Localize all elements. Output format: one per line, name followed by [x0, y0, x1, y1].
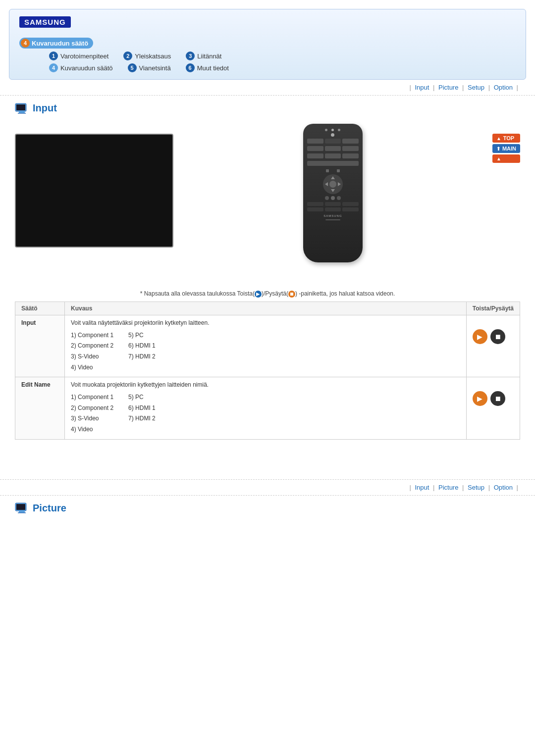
main-btn-label: MAIN	[502, 146, 516, 151]
row1-items-col1: 1) Component 1 2) Component 2 3) S-Video…	[71, 330, 113, 373]
row2-desc-text: Voit muokata projektoriin kytkettyjen la…	[71, 381, 460, 388]
header: SAMSUNG 4 Kuvaruudun säätö 1 Varotoimenp…	[9, 9, 526, 80]
stop-icon-row2[interactable]: ⏹	[490, 391, 505, 406]
list-item: 7) HDMI 2	[128, 352, 156, 362]
nav-item-2[interactable]: 2 Yleiskatsaus	[123, 51, 171, 60]
svg-rect-5	[16, 504, 25, 510]
table-row: Input Voit valita näytettäväksi projekto…	[15, 315, 520, 377]
nav-item-5[interactable]: 5 Vianetsintä	[128, 63, 171, 72]
table-header-toista: Toista/Pysäytä	[466, 302, 520, 315]
samsung-logo: SAMSUNG	[19, 16, 71, 28]
list-item: 7) HDMI 2	[128, 413, 156, 424]
svg-rect-6	[19, 511, 25, 512]
remote-image: SAMSUNG	[303, 124, 363, 262]
nav-num-4: 4	[49, 63, 58, 72]
row1-description: Voit valita näytettäväksi projektoriin k…	[65, 315, 467, 377]
nav2-link-input[interactable]: Input	[415, 484, 429, 491]
list-item: 5) PC	[128, 392, 156, 403]
list-item: 1) Component 1	[71, 392, 113, 403]
picture-icon	[15, 503, 29, 513]
nav-num-3: 3	[186, 51, 195, 60]
nav2-separator-4: |	[517, 484, 518, 491]
nav-label-2: Yleiskatsaus	[135, 52, 171, 60]
side-buttons: ▲ TOP ⬆ MAIN ▲	[492, 134, 520, 163]
nav-item-3[interactable]: 3 Liitännät	[186, 51, 221, 60]
play-icon-row1[interactable]: ▶	[473, 329, 487, 344]
row2-items-col2: 5) PC 6) HDMI 1 7) HDMI 2	[128, 392, 156, 435]
play-circle-icon: ▶	[255, 291, 262, 298]
nav-label-6: Muut tiedot	[197, 64, 229, 72]
svg-rect-7	[18, 512, 26, 513]
svg-rect-2	[19, 111, 25, 113]
svg-rect-1	[16, 104, 25, 110]
nav-item-6[interactable]: 6 Muut tiedot	[186, 63, 229, 72]
nav-item-4[interactable]: 4 Kuvaruudun säätö	[49, 63, 113, 72]
main-button[interactable]: ⬆ MAIN	[492, 144, 520, 153]
tv-image	[15, 134, 173, 248]
nav-link-input[interactable]: Input	[415, 84, 429, 91]
list-item: 1) Component 1	[71, 330, 113, 341]
nav-bar-top: | Input | Picture | Setup | Option |	[0, 80, 535, 96]
row2-description: Voit muokata projektoriin kytkettyjen la…	[65, 377, 467, 439]
row2-icons: ▶ ⏹	[466, 377, 520, 439]
table-row: Edit Name Voit muokata projektoriin kytk…	[15, 377, 520, 439]
nav-link-option[interactable]: Option	[494, 84, 513, 91]
stop-icon-row1[interactable]: ⏹	[490, 329, 505, 344]
row1-icons: ▶ ⏹	[466, 315, 520, 377]
header-nav: 4 Kuvaruudun säätö 1 Varotoimenpiteet 2 …	[19, 38, 516, 72]
nav-label-5: Vianetsintä	[139, 64, 171, 72]
nav-separator-2: |	[462, 84, 466, 91]
row2-label: Edit Name	[15, 377, 65, 439]
active-nav-num: 4	[21, 39, 30, 48]
input-section-title: Input	[15, 102, 520, 114]
info-table: Säätö Kuvaus Toista/Pysäytä Input Voit v…	[15, 302, 520, 440]
nav-separator-4: |	[517, 84, 518, 91]
stop-circle-icon: ⏹	[288, 291, 295, 298]
play-icon-row2[interactable]: ▶	[473, 391, 487, 406]
nav2-link-picture[interactable]: Picture	[438, 484, 458, 491]
nav-link-setup[interactable]: Setup	[468, 84, 484, 91]
top-button[interactable]: ▲ TOP	[492, 134, 520, 143]
row1-label: Input	[15, 315, 65, 377]
nav-num-5: 5	[128, 63, 137, 72]
list-item: 5) PC	[128, 330, 156, 341]
list-item: 2) Component 2	[71, 403, 113, 414]
list-item: 4) Video	[71, 424, 113, 435]
nav2-separator-3: |	[488, 484, 492, 491]
table-header-kuvaus: Kuvaus	[65, 302, 467, 315]
nav2-separator-2: |	[462, 484, 466, 491]
nav-label-3: Liitännät	[197, 52, 221, 60]
nav-item-1[interactable]: 1 Varotoimenpiteet	[49, 51, 108, 60]
nav-num-6: 6	[186, 63, 195, 72]
nav-label-4: Kuvaruudun säätö	[60, 64, 113, 72]
input-title-text: Input	[33, 102, 57, 114]
active-nav-item[interactable]: 4 Kuvaruudun säätö	[19, 38, 93, 49]
picture-section-title: Picture	[15, 503, 520, 514]
nav2-link-option[interactable]: Option	[494, 484, 513, 491]
list-item: 6) HDMI 1	[128, 341, 156, 352]
table-header-saato: Säätö	[15, 302, 65, 315]
svg-rect-3	[18, 113, 26, 114]
nav-separator-0: |	[409, 84, 413, 91]
active-nav-label: Kuvaruudun säätö	[32, 40, 88, 47]
list-item: 2) Component 2	[71, 341, 113, 352]
nav-separator-3: |	[488, 84, 492, 91]
list-item: 4) Video	[71, 362, 113, 373]
row1-items: 1) Component 1 2) Component 2 3) S-Video…	[71, 330, 460, 373]
nav2-link-setup[interactable]: Setup	[468, 484, 484, 491]
row1-desc-text: Voit valita näytettäväksi projektoriin k…	[71, 319, 460, 326]
list-item: 6) HDMI 1	[128, 403, 156, 414]
row2-items-col1: 1) Component 1 2) Component 2 3) S-Video…	[71, 392, 113, 435]
nav-link-picture[interactable]: Picture	[438, 84, 458, 91]
nav2-separator-0: |	[409, 484, 413, 491]
nav-num-1: 1	[49, 51, 58, 60]
row2-items: 1) Component 1 2) Component 2 3) S-Video…	[71, 392, 460, 435]
nav-separator-1: |	[433, 84, 436, 91]
back-button[interactable]: ▲	[492, 154, 520, 163]
note-text: * Napsauta alla olevassa taulukossa Tois…	[15, 290, 520, 298]
nav-bar-bottom: | Input | Picture | Setup | Option |	[0, 480, 535, 496]
nav-label-1: Varotoimenpiteet	[60, 52, 108, 60]
input-icon	[15, 103, 29, 114]
top-btn-label: TOP	[503, 135, 514, 141]
nav-num-2: 2	[123, 51, 132, 60]
